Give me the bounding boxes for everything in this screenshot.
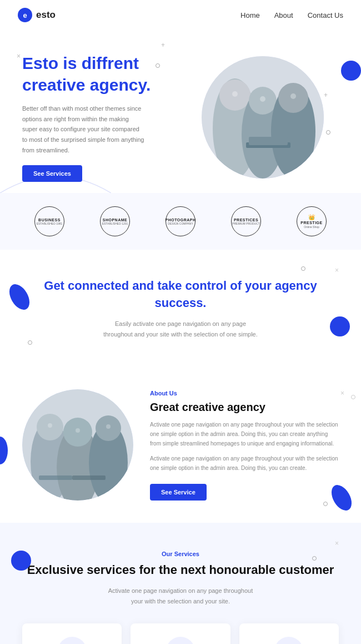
logo[interactable]: e esto xyxy=(18,8,56,22)
about-text: About Us Great creative agency Activate … xyxy=(150,390,339,501)
agency-circle-2 xyxy=(28,340,32,345)
svg-point-23 xyxy=(48,423,52,428)
about-image-wrap xyxy=(22,389,133,501)
about-deco-blob1 xyxy=(0,437,8,464)
deco-cross-2: + xyxy=(161,41,165,49)
hero-headline-start: Esto is xyxy=(22,54,82,72)
hero-headline-accent: diffrent xyxy=(82,54,139,72)
agency-description: Easily activate one page navigation on a… xyxy=(103,319,258,339)
svg-rect-22 xyxy=(72,475,106,480)
about-para2: Activate one page navigation on any page… xyxy=(150,454,339,473)
deco-circle-1 xyxy=(156,63,160,68)
services-section: × Our Services Exclusive services for th… xyxy=(0,523,361,644)
agency-headline-text: Get connected and take control of your xyxy=(44,279,275,293)
svg-point-11 xyxy=(260,96,265,102)
nav-about[interactable]: About xyxy=(274,11,293,19)
nav-contact[interactable]: Contact Us xyxy=(308,11,343,19)
about-cta-button[interactable]: See Service xyxy=(150,484,207,501)
logo-icon: e xyxy=(18,8,32,22)
brand-badge-4: 👑 PRESTIGE Online Shop xyxy=(297,206,327,236)
hero-people-svg xyxy=(202,56,324,179)
deco-circle-2 xyxy=(326,130,330,135)
hero-description: Better off than with most other themes s… xyxy=(22,103,144,155)
services-cross: × xyxy=(335,539,339,547)
card-market-analysis: Market Analysis Activate page navigation… xyxy=(22,623,122,644)
services-description: Activate one page navigation on any page… xyxy=(103,586,258,606)
svg-rect-9 xyxy=(249,137,288,145)
agency-headline: Get connected and take control of your a… xyxy=(22,278,339,312)
nav-home[interactable]: Home xyxy=(240,11,260,19)
brand-badge-1: SHOPNAME ESTABLISHED 1201 xyxy=(100,206,130,236)
hero-headline-end: creative agency. xyxy=(22,76,151,94)
brand-badge-2: PHOTOGRAPH DESIGN COMPANY xyxy=(166,206,195,236)
hero-image xyxy=(186,56,339,179)
about-label: About Us xyxy=(150,390,339,397)
about-people-svg xyxy=(22,389,133,501)
brand-item-1: SHOPNAME ESTABLISHED 1201 xyxy=(100,206,130,236)
hero-arc xyxy=(0,160,111,193)
about-circle-bottom xyxy=(323,502,328,506)
services-label: Our Services xyxy=(17,551,344,557)
about-image-circle xyxy=(22,389,133,501)
services-cards: Market Analysis Activate page navigation… xyxy=(17,623,344,644)
deco-cross-3: + xyxy=(324,91,328,99)
svg-rect-21 xyxy=(39,475,72,480)
logo-text: esto xyxy=(36,9,56,21)
services-headline: Exclusive services for the next honourab… xyxy=(17,562,344,579)
brand-item-4: 👑 PRESTIGE Online Shop xyxy=(297,206,327,236)
brand-badge-0: BUSINESS ESTABLISHED 1981 xyxy=(34,206,64,236)
hero-img-circle xyxy=(202,56,324,179)
network-analysis-icon xyxy=(166,637,195,644)
about-title: Great creative agency xyxy=(150,400,339,414)
services-circle-1 xyxy=(312,556,317,561)
agency-section: × Get connected and take control of your… xyxy=(0,250,361,378)
deco-blob-hero xyxy=(341,61,361,81)
navbar: e esto Home About Contact Us xyxy=(0,0,361,30)
brand-badge-3: PRESTICES PREMIUM PRODUCT xyxy=(231,206,261,236)
hero-section: × + + Esto is diffrent creative agency. … xyxy=(0,30,361,193)
svg-point-12 xyxy=(290,93,296,99)
card-network-analysis: Network Analysis Activate page navigatio… xyxy=(131,623,230,644)
deco-cross-1: × xyxy=(17,52,21,60)
brand-item-2: PHOTOGRAPH DESIGN COMPANY xyxy=(166,206,195,236)
agency-deco-blob2 xyxy=(330,316,350,336)
agency-cross: × xyxy=(335,266,339,274)
brand-item-3: PRESTICES PREMIUM PRODUCT xyxy=(231,206,261,236)
brand-item-0: BUSINESS ESTABLISHED 1981 xyxy=(34,206,64,236)
about-cross: × xyxy=(340,389,344,397)
nav-links: Home About Contact Us xyxy=(240,11,343,19)
svg-point-25 xyxy=(106,424,111,429)
hero-headline: Esto is diffrent creative agency. xyxy=(22,52,175,96)
svg-point-24 xyxy=(76,428,80,433)
about-para1: Activate one page navigation on any page… xyxy=(150,420,339,448)
svg-point-10 xyxy=(232,91,238,97)
brands-section: BUSINESS ESTABLISHED 1981 SHOPNAME ESTAB… xyxy=(0,193,361,250)
card-media-marketing: Media Marketing Activate page navigation… xyxy=(239,623,339,644)
media-marketing-icon xyxy=(274,637,303,644)
about-deco-circle xyxy=(351,395,355,399)
market-analysis-icon xyxy=(58,637,87,644)
about-section: × xyxy=(0,378,361,523)
agency-circle-1 xyxy=(301,266,305,271)
